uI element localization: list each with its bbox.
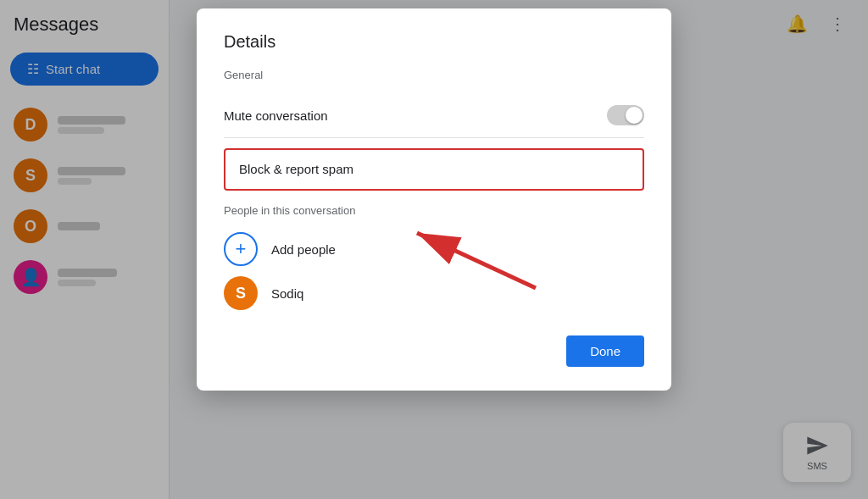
- modal-footer: Done: [224, 335, 644, 367]
- contact-row: S Sodiq: [224, 271, 644, 315]
- add-people-button[interactable]: +: [224, 232, 258, 266]
- block-report-label: Block & report spam: [239, 162, 353, 176]
- contact-name: Sodiq: [271, 286, 303, 301]
- block-report-button[interactable]: Block & report spam: [224, 148, 644, 191]
- modal-title: Details: [224, 32, 644, 52]
- add-people-row[interactable]: + Add people: [224, 227, 644, 271]
- mute-conversation-label: Mute conversation: [224, 108, 328, 123]
- general-section-label: General: [224, 69, 644, 81]
- add-people-label: Add people: [271, 242, 336, 257]
- plus-icon: +: [236, 240, 247, 258]
- details-modal: Details General Mute conversation Block …: [197, 8, 671, 391]
- people-section-label: People in this conversation: [224, 204, 644, 217]
- mute-toggle[interactable]: [607, 105, 644, 125]
- contact-avatar: S: [224, 276, 258, 310]
- modal-overlay: Details General Mute conversation Block …: [0, 0, 868, 499]
- done-button[interactable]: Done: [566, 335, 644, 367]
- mute-conversation-row: Mute conversation: [224, 93, 644, 138]
